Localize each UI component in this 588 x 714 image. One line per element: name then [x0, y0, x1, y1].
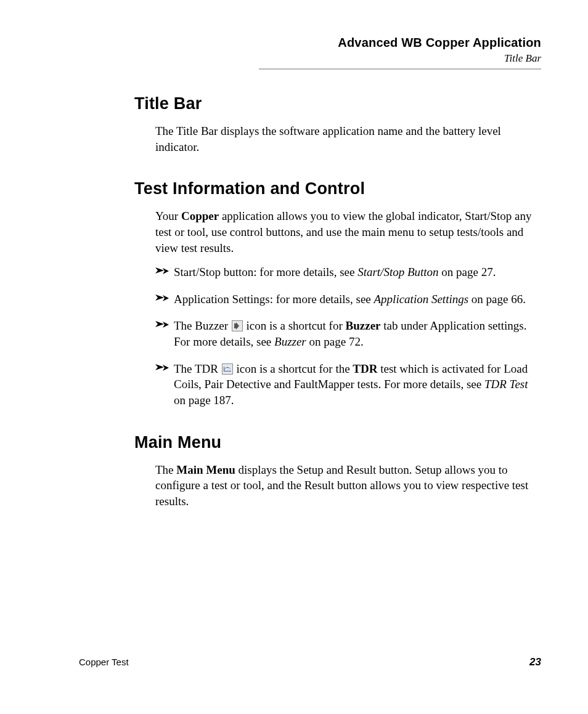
- italic-text: Application Settings: [374, 293, 469, 306]
- svg-marker-3: [163, 295, 169, 301]
- svg-marker-7: [163, 365, 169, 371]
- para-main-menu: The Main Menu displays the Setup and Res…: [134, 462, 541, 509]
- text: Start/Stop button: for more details, see: [174, 266, 357, 278]
- heading-title-bar: Title Bar: [134, 94, 541, 113]
- header-rule: [259, 68, 541, 70]
- text: on page 27.: [439, 266, 496, 278]
- text: on page 66.: [468, 293, 526, 306]
- svg-marker-1: [163, 268, 169, 274]
- list-item: The Buzzer icon is a shortcut for Buzzer…: [155, 318, 541, 349]
- svg-marker-5: [163, 322, 169, 328]
- bold-text: Main Menu: [176, 463, 235, 476]
- text: The TDR: [174, 362, 221, 375]
- arrow-icon: [155, 266, 169, 277]
- heading-test-info: Test Information and Control: [134, 179, 541, 198]
- text: icon is a shortcut for: [243, 319, 346, 332]
- list-item: Application Settings: for more details, …: [155, 291, 541, 307]
- page-header: Advanced WB Copper Application Title Bar: [259, 36, 541, 70]
- list-item: The TDR icon is a shortcut for the TDR t…: [155, 361, 541, 408]
- text: on page 72.: [306, 335, 364, 348]
- para-title-bar: The Title Bar displays the software appl…: [134, 123, 541, 155]
- arrow-icon: [155, 362, 169, 373]
- arrow-icon: [155, 293, 169, 304]
- content: Title Bar The Title Bar displays the sof…: [134, 94, 541, 509]
- footer-doc-name: Copper Test: [79, 657, 129, 667]
- svg-marker-2: [155, 294, 164, 301]
- svg-marker-0: [155, 267, 164, 274]
- bold-text: TDR: [353, 362, 377, 375]
- page-footer: Copper Test 23: [79, 656, 541, 668]
- text: Application Settings: for more details, …: [174, 293, 374, 306]
- svg-marker-4: [155, 321, 164, 327]
- header-subtitle: Title Bar: [259, 52, 541, 65]
- bullet-list: Start/Stop button: for more details, see…: [134, 264, 541, 408]
- arrow-icon: [155, 319, 169, 330]
- text: The: [155, 463, 176, 476]
- header-title: Advanced WB Copper Application: [259, 36, 541, 50]
- text: Your: [155, 209, 181, 222]
- footer-page-number: 23: [529, 656, 541, 668]
- italic-text: Start/Stop Button: [357, 266, 438, 278]
- tdr-icon: [222, 363, 233, 375]
- bold-text: Buzzer: [346, 319, 381, 332]
- bold-text: Copper: [181, 209, 219, 222]
- text: on page 187.: [174, 394, 234, 407]
- speaker-icon: [232, 320, 243, 331]
- list-item: Start/Stop button: for more details, see…: [155, 264, 541, 280]
- svg-marker-6: [155, 364, 164, 370]
- heading-main-menu: Main Menu: [134, 433, 541, 452]
- para-test-info-intro: Your Copper application allows you to vi…: [134, 208, 541, 256]
- text: The Buzzer: [174, 319, 231, 332]
- page: Advanced WB Copper Application Title Bar…: [0, 0, 588, 714]
- italic-text: Buzzer: [274, 335, 306, 348]
- italic-text: TDR Test: [484, 378, 528, 391]
- text: icon is a shortcut for the: [234, 362, 353, 375]
